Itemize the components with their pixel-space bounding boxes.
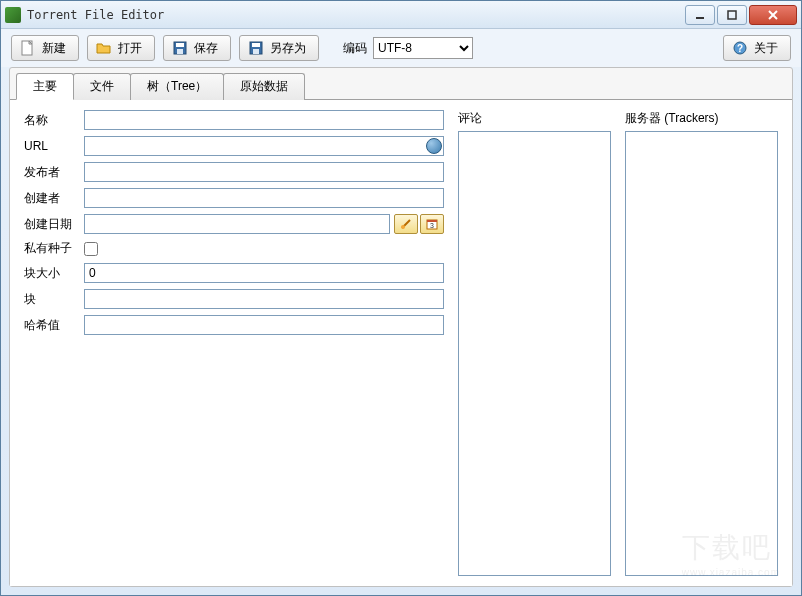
- app-icon: [5, 7, 21, 23]
- svg-rect-1: [728, 11, 736, 19]
- private-checkbox[interactable]: [84, 242, 98, 256]
- svg-rect-9: [252, 43, 260, 47]
- toolbar: 新建 打开 保存 另存为 编码 UTF-8: [1, 29, 801, 67]
- save-button-label: 保存: [194, 40, 218, 57]
- comment-label: 评论: [458, 110, 611, 127]
- encoding-select[interactable]: UTF-8: [373, 37, 473, 59]
- private-label: 私有种子: [24, 240, 84, 257]
- piece-size-input[interactable]: [84, 263, 444, 283]
- url-label: URL: [24, 139, 84, 153]
- saveas-button[interactable]: 另存为: [239, 35, 319, 61]
- close-button[interactable]: [749, 5, 797, 25]
- close-icon: [767, 10, 779, 20]
- comment-column: 评论: [458, 110, 611, 576]
- minimize-icon: [695, 10, 705, 20]
- folder-open-icon: [96, 40, 112, 56]
- maximize-icon: [727, 10, 737, 20]
- window-controls: [685, 5, 797, 25]
- encoding-group: 编码 UTF-8: [343, 37, 473, 59]
- brush-icon: [400, 218, 412, 230]
- new-button[interactable]: 新建: [11, 35, 79, 61]
- open-button-label: 打开: [118, 40, 142, 57]
- pieces-input[interactable]: [84, 289, 444, 309]
- pieces-label: 块: [24, 291, 84, 308]
- about-button[interactable]: ? 关于: [723, 35, 791, 61]
- tab-panel-main: 名称 URL 发布者 创建者: [10, 99, 792, 586]
- svg-text:?: ?: [737, 43, 743, 54]
- saveas-button-label: 另存为: [270, 40, 306, 57]
- url-input[interactable]: [84, 136, 444, 156]
- tab-files[interactable]: 文件: [73, 73, 131, 100]
- row-pieces: 块: [24, 289, 444, 309]
- comment-textarea[interactable]: [458, 131, 611, 576]
- created-date-label: 创建日期: [24, 216, 84, 233]
- svg-rect-6: [176, 43, 184, 47]
- row-hash: 哈希值: [24, 315, 444, 335]
- saveas-icon: [248, 40, 264, 56]
- row-creator: 创建者: [24, 188, 444, 208]
- hash-label: 哈希值: [24, 317, 84, 334]
- date-buttons: 3: [394, 214, 444, 234]
- titlebar: Torrent File Editor: [1, 1, 801, 29]
- svg-rect-10: [253, 49, 259, 54]
- creator-label: 创建者: [24, 190, 84, 207]
- name-input[interactable]: [84, 110, 444, 130]
- name-label: 名称: [24, 112, 84, 129]
- created-date-input[interactable]: [84, 214, 390, 234]
- row-created-date: 创建日期 3: [24, 214, 444, 234]
- tab-strip: 主要 文件 树（Tree） 原始数据: [10, 72, 792, 99]
- url-input-wrap: [84, 136, 444, 156]
- app-window: Torrent File Editor 新建 打开: [0, 0, 802, 596]
- calendar-icon: 3: [426, 218, 438, 230]
- svg-rect-7: [177, 49, 183, 54]
- tab-main[interactable]: 主要: [16, 73, 74, 100]
- globe-icon[interactable]: [426, 138, 442, 154]
- svg-text:3: 3: [430, 222, 434, 229]
- piece-size-label: 块大小: [24, 265, 84, 282]
- trackers-column: 服务器 (Trackers): [625, 110, 778, 576]
- tab-tree[interactable]: 树（Tree）: [130, 73, 224, 100]
- save-button[interactable]: 保存: [163, 35, 231, 61]
- new-file-icon: [20, 40, 36, 56]
- row-name: 名称: [24, 110, 444, 130]
- publisher-label: 发布者: [24, 164, 84, 181]
- new-button-label: 新建: [42, 40, 66, 57]
- trackers-label: 服务器 (Trackers): [625, 110, 778, 127]
- encoding-label: 编码: [343, 40, 367, 57]
- row-publisher: 发布者: [24, 162, 444, 182]
- open-button[interactable]: 打开: [87, 35, 155, 61]
- trackers-listbox[interactable]: [625, 131, 778, 576]
- row-url: URL: [24, 136, 444, 156]
- help-icon: ?: [732, 40, 748, 56]
- minimize-button[interactable]: [685, 5, 715, 25]
- content-area: 主要 文件 树（Tree） 原始数据 名称 URL: [9, 67, 793, 587]
- form-area: 名称 URL 发布者 创建者: [24, 110, 444, 576]
- maximize-button[interactable]: [717, 5, 747, 25]
- tab-raw[interactable]: 原始数据: [223, 73, 305, 100]
- svg-point-13: [401, 225, 405, 229]
- row-private: 私有种子: [24, 240, 444, 257]
- row-piece-size: 块大小: [24, 263, 444, 283]
- pick-date-button[interactable]: 3: [420, 214, 444, 234]
- clear-date-button[interactable]: [394, 214, 418, 234]
- publisher-input[interactable]: [84, 162, 444, 182]
- about-button-label: 关于: [754, 40, 778, 57]
- hash-input[interactable]: [84, 315, 444, 335]
- save-icon: [172, 40, 188, 56]
- window-title: Torrent File Editor: [27, 8, 685, 22]
- creator-input[interactable]: [84, 188, 444, 208]
